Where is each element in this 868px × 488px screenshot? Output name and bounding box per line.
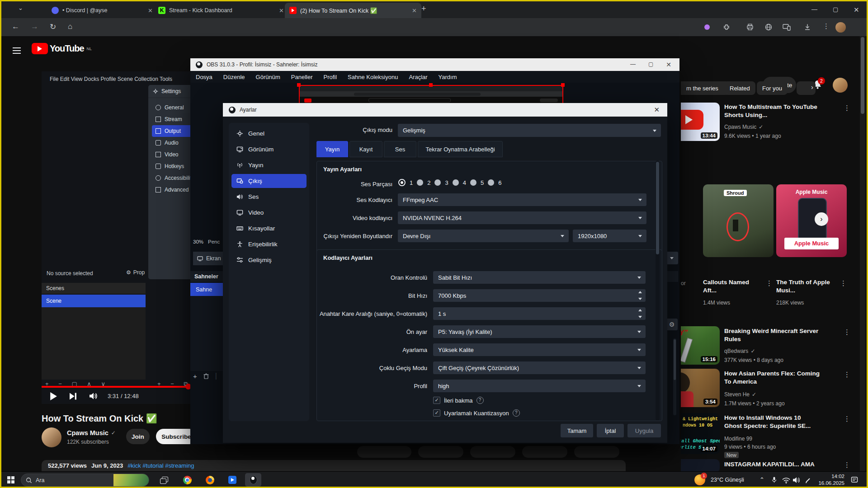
capture-handle[interactable] — [429, 83, 433, 87]
print-icon[interactable] — [746, 23, 754, 31]
related-thumbnail[interactable]: ONLY” 15:16 — [681, 326, 720, 365]
tab-close-icon[interactable]: ✕ — [279, 7, 284, 14]
multipass-combo[interactable]: Çift Geçiş (Çeyrek Çözünürlük) — [433, 361, 646, 374]
obs-titlebar[interactable]: OBS 31.0.3 - Profil: İsimsiz - Sahneler:… — [190, 58, 679, 71]
related-title[interactable]: How Asian Parents Flex: Coming To Americ… — [724, 370, 820, 386]
tab-kayit[interactable]: Kayıt — [349, 141, 382, 157]
radio-track-5[interactable] — [470, 179, 476, 186]
browser-profile-avatar[interactable] — [835, 22, 846, 33]
chip-related[interactable]: Related — [724, 81, 755, 95]
chips-next-icon[interactable]: › — [811, 83, 813, 91]
tab-close-icon[interactable]: ✕ — [412, 7, 417, 14]
tray-mic-icon[interactable] — [771, 476, 777, 483]
profile-combo[interactable]: high — [433, 380, 646, 392]
next-icon[interactable] — [70, 393, 77, 400]
adaptive-quantization-checkbox-checked[interactable]: ✓ — [433, 409, 440, 417]
weather-text[interactable]: 23°C Güneşli — [711, 477, 744, 483]
home-icon[interactable]: ⌂ — [68, 22, 72, 31]
preset-combo[interactable]: P5: Yavaş (İyi Kalite) — [433, 325, 646, 338]
related-title[interactable]: INSTAGRAM KAPATILDI... AMA — [724, 461, 815, 468]
devices-icon[interactable] — [783, 23, 791, 31]
obs-maximize-icon[interactable]: ▢ — [648, 61, 653, 68]
related-channel[interactable]: Steven He✓ — [724, 391, 756, 398]
taskbar-app-browser-2[interactable] — [202, 473, 218, 487]
window-maximize-button[interactable]: ▢ — [833, 6, 838, 13]
help-icon[interactable]: ? — [476, 397, 484, 404]
scrollbar-thumb[interactable] — [861, 37, 864, 114]
video-kebab-icon[interactable]: ⋮ — [766, 279, 773, 287]
window-close-button[interactable]: ✕ — [854, 6, 859, 14]
obs-menu-dosya[interactable]: Dosya — [196, 74, 212, 80]
tray-expand-chevron-icon[interactable]: ⌃ — [760, 476, 764, 483]
related-thumbnail-grid-right[interactable]: Apple Music Apple Music — [776, 184, 847, 257]
related-channel[interactable]: qBedwars✓ — [724, 348, 755, 354]
related-thumbnail-grid-left[interactable]: Shroud — [703, 184, 774, 257]
lookahead-checkbox-checked[interactable]: ✓ — [433, 397, 440, 404]
related-thumbnail[interactable]: 3:54 — [681, 369, 720, 407]
help-icon[interactable]: ? — [513, 409, 520, 417]
video-kebab-icon[interactable]: ⋮ — [844, 328, 850, 336]
share-pill[interactable] — [418, 446, 463, 458]
save-pill[interactable] — [574, 446, 619, 458]
radio-track-4[interactable] — [453, 179, 459, 186]
forward-icon[interactable]: → — [31, 22, 38, 31]
related-title[interactable]: How To Multistream To YouTube Shorts Usi… — [724, 103, 820, 119]
related-channel[interactable]: Modifine 99 — [724, 436, 752, 442]
radio-track-2[interactable] — [417, 179, 423, 186]
output-mode-combo[interactable]: Gelişmiş — [398, 124, 661, 137]
dialog-nav-yayin[interactable]: Yayın — [231, 158, 307, 172]
tab-close-icon[interactable]: ✕ — [148, 7, 153, 14]
related-channel[interactable]: Cpaws Music✓ — [724, 124, 763, 130]
taskbar-app-obs-active[interactable] — [245, 473, 261, 487]
obs-menu-paneller[interactable]: Paneller — [291, 74, 313, 80]
tab-kick-dashboard[interactable]: K Stream - Kick Dashboard ✕ — [154, 3, 288, 18]
tray-volume-icon[interactable] — [793, 477, 801, 483]
radio-track-1-selected[interactable] — [398, 179, 406, 186]
related-thumbnail[interactable]: 13:44 — [681, 103, 720, 141]
extensions-puzzle-icon[interactable] — [723, 23, 730, 31]
join-button[interactable]: Join — [126, 429, 150, 444]
tab-search-chevron-icon[interactable]: ⌄ — [18, 5, 23, 11]
radio-track-3[interactable] — [434, 179, 441, 186]
video-kebab-icon[interactable]: ⋮ — [844, 104, 850, 112]
trash-icon[interactable] — [203, 373, 209, 379]
volume-icon[interactable] — [90, 392, 98, 400]
tab-ses[interactable]: Ses — [384, 141, 416, 157]
extension-dot-icon[interactable] — [704, 24, 710, 30]
related-title[interactable]: The Truth of Apple Musi... — [776, 278, 835, 295]
obs-menu-yardim[interactable]: Yardım — [439, 74, 457, 80]
start-button[interactable] — [3, 473, 19, 487]
related-title[interactable]: Callouts Named Aft... — [703, 278, 762, 295]
video-kebab-icon[interactable]: ⋮ — [844, 461, 850, 469]
audio-encoder-combo[interactable]: FFmpeg AAC — [398, 193, 646, 206]
obs-menu-sahne-koleksiyonu[interactable]: Sahne Koleksiyonu — [348, 74, 398, 80]
rescale-resolution-combo[interactable]: 868x488 — [573, 230, 646, 242]
apply-button[interactable]: Uygula — [627, 424, 661, 437]
download-pill[interactable] — [470, 446, 515, 458]
rate-control-combo[interactable]: Sabit Bit Hızı — [433, 271, 646, 284]
obs-menu-duzenle[interactable]: Düzenle — [223, 74, 245, 80]
window-minimize-button[interactable]: — — [811, 6, 817, 13]
dialog-titlebar[interactable]: Ayarlar ✕ — [223, 103, 667, 117]
video-kebab-icon[interactable]: ⋮ — [844, 415, 850, 423]
obs-mixer-gear-button[interactable]: ⚙ — [666, 319, 678, 330]
new-tab-button[interactable]: + — [421, 4, 426, 14]
reload-icon[interactable]: ↻ — [50, 22, 56, 32]
obs-menu-profil[interactable]: Profil — [323, 74, 337, 80]
obs-minimize-icon[interactable]: — — [630, 61, 636, 68]
tab-youtube-active[interactable]: (2) How To Stream On Kick ✅ ✕ — [285, 3, 421, 18]
obs-menu-gorunum[interactable]: Görünüm — [256, 74, 280, 80]
channel-avatar[interactable] — [42, 427, 61, 447]
rescale-output-combo[interactable]: Devre Dışı — [398, 230, 569, 242]
clip-pill[interactable] — [522, 446, 567, 458]
tray-wifi-icon[interactable] — [782, 478, 790, 483]
scrollbar-thumb[interactable] — [656, 162, 659, 254]
hamburger-menu-icon[interactable] — [13, 46, 21, 56]
carousel-next-button[interactable]: › — [815, 212, 828, 226]
capture-handle[interactable] — [297, 83, 301, 87]
obs-close-icon[interactable]: ✕ — [666, 61, 671, 68]
dialog-nav-gorunum[interactable]: Görünüm — [231, 142, 307, 156]
taskbar-app-chrome[interactable] — [179, 473, 195, 487]
related-thumbnail-clipped[interactable] — [681, 459, 720, 471]
tray-pen-icon[interactable] — [805, 477, 811, 483]
